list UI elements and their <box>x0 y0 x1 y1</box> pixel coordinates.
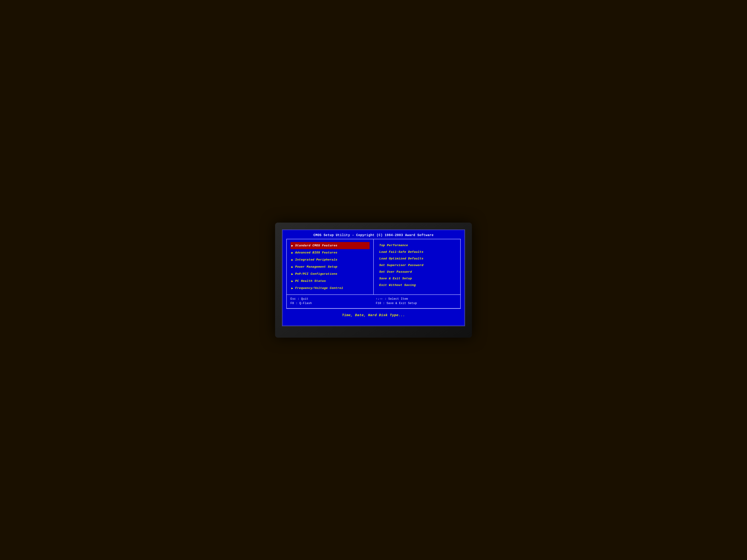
right-menu-item-supervisor-password[interactable]: Set Supervisor Password <box>378 262 457 269</box>
menu-item-advanced-bios[interactable]: ▶Advanced BIOS Features <box>290 249 369 256</box>
left-panel: ▶Standard CMOS Features▶Advanced BIOS Fe… <box>287 239 374 294</box>
status-line-save-&-exit-setup: F10 : Save & Exit Setup <box>376 301 457 305</box>
right-menu-item-load-failsafe[interactable]: Load Fail-Safe Defaults <box>378 249 457 255</box>
menu-item-label: Standard CMOS Features <box>295 244 337 247</box>
arrow-icon: ▶ <box>291 244 293 247</box>
right-menu-item-label: Set Supervisor Password <box>379 264 423 267</box>
menu-item-standard-cmos[interactable]: ▶Standard CMOS Features <box>290 242 369 249</box>
right-menu-item-save-exit[interactable]: Save & Exit Setup <box>378 275 457 282</box>
status-line-esc: Esc : Quit <box>290 297 371 300</box>
menu-item-power-management[interactable]: ▶Power Management Setup <box>290 263 369 270</box>
status-line-select-item: ↑↓→← : Select Item <box>376 297 457 300</box>
menu-item-integrated-peripherals[interactable]: ▶Integrated Peripherals <box>290 256 369 263</box>
right-menu-item-exit-nosave[interactable]: Exit Without Saving <box>378 282 457 289</box>
arrow-icon: ▶ <box>291 265 293 269</box>
title-bar: CMOS Setup Utility - Copyright (C) 1984-… <box>286 232 461 239</box>
menu-item-label: Integrated Peripherals <box>295 258 337 262</box>
right-menu-item-label: Load Fail-Safe Defaults <box>379 250 423 254</box>
status-bar: Esc : QuitF8 : Q-Flash ↑↓→← : Select Ite… <box>287 295 460 309</box>
status-right: ↑↓→← : Select ItemF10 : Save & Exit Setu… <box>371 297 457 306</box>
right-panel: Top PerformanceLoad Fail-Safe DefaultsLo… <box>374 239 460 294</box>
right-menu-item-label: Exit Without Saving <box>379 284 416 287</box>
status-left: Esc : QuitF8 : Q-Flash <box>290 297 371 306</box>
description-text: Time, Date, Hard Disk Type... <box>342 313 405 317</box>
menu-item-label: Frequency/Voltage Control <box>295 286 343 290</box>
title-text: CMOS Setup Utility - Copyright (C) 1984-… <box>313 233 434 237</box>
arrow-icon: ▶ <box>291 251 293 255</box>
menu-item-frequency-voltage[interactable]: ▶Frequency/Voltage Control <box>290 285 369 292</box>
menu-item-pc-health[interactable]: ▶PC Health Status <box>290 277 369 285</box>
description-bar: Time, Date, Hard Disk Type... <box>286 309 461 322</box>
right-menu-item-label: Set User Password <box>379 270 412 274</box>
bios-screen: CMOS Setup Utility - Copyright (C) 1984-… <box>282 230 465 326</box>
arrow-icon: ▶ <box>291 286 293 290</box>
menu-section: ▶Standard CMOS Features▶Advanced BIOS Fe… <box>287 239 460 295</box>
right-menu-item-load-optimized[interactable]: Load Optimized Defaults <box>378 255 457 262</box>
menu-item-pnp-pci[interactable]: ▶PnP/PCI Configurations <box>290 270 369 277</box>
arrow-icon: ▶ <box>291 272 293 276</box>
monitor-bezel: CMOS Setup Utility - Copyright (C) 1984-… <box>275 222 472 338</box>
menu-item-label: Power Management Setup <box>295 265 337 269</box>
menu-item-label: PnP/PCI Configurations <box>295 272 337 276</box>
right-menu-item-label: Top Performance <box>379 244 408 247</box>
menu-item-label: PC Health Status <box>295 279 326 283</box>
status-line-f8: F8 : Q-Flash <box>290 301 371 305</box>
right-menu-item-top-performance[interactable]: Top Performance <box>378 242 457 249</box>
main-box: ▶Standard CMOS Features▶Advanced BIOS Fe… <box>286 239 461 309</box>
arrow-icon: ▶ <box>291 258 293 262</box>
right-menu-item-user-password[interactable]: Set User Password <box>378 269 457 275</box>
right-menu-item-label: Save & Exit Setup <box>379 277 412 280</box>
menu-item-label: Advanced BIOS Features <box>295 251 337 255</box>
right-menu-item-label: Load Optimized Defaults <box>379 257 423 260</box>
arrow-icon: ▶ <box>291 279 293 283</box>
